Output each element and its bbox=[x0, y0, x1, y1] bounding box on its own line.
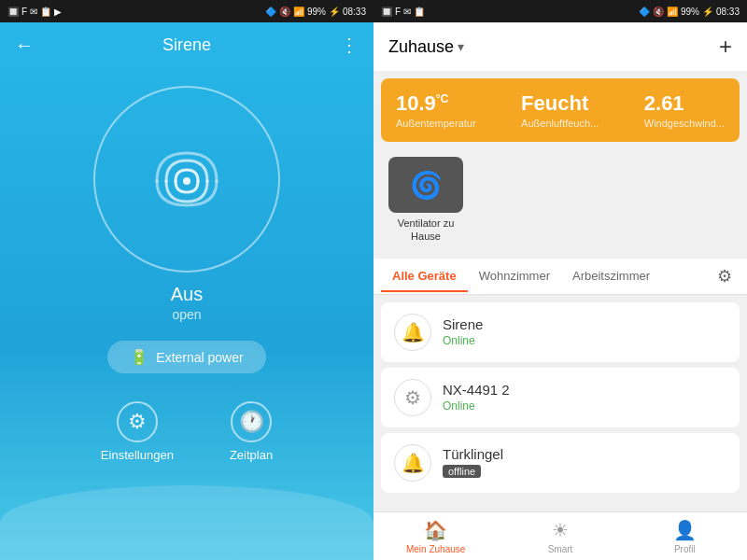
right-app-icon-3: ✉ bbox=[403, 7, 411, 17]
right-bluetooth-icon: 🔷 bbox=[639, 7, 650, 17]
profile-nav-icon: 👤 bbox=[673, 519, 697, 541]
device-icon-turklingel: 🔔 bbox=[394, 444, 431, 482]
right-mute-icon: 🔇 bbox=[653, 7, 664, 17]
charging-icon: ⚡ bbox=[329, 7, 340, 17]
smart-nav-label: Smart bbox=[548, 544, 573, 554]
weather-card: 10.9°C Außentemperatur Feucht Außenluftf… bbox=[381, 78, 740, 142]
settings-icon-wrap: ⚙ bbox=[117, 401, 158, 442]
device-name-sirene: Sirene bbox=[443, 316, 726, 332]
menu-button[interactable]: ⋮ bbox=[340, 34, 359, 56]
status-bar-left: 🔲 F ✉ 📋 ▶ 🔷 🔇 📶 99% ⚡ 08:33 bbox=[0, 0, 374, 22]
left-header: ← Sirene ⋮ bbox=[0, 22, 374, 67]
sirene-icon: 🔔 bbox=[402, 321, 425, 343]
left-panel: ← Sirene ⋮ bbox=[0, 22, 374, 560]
schedule-label: Zeitplan bbox=[230, 448, 273, 462]
home-nav-icon: 🏠 bbox=[424, 519, 447, 541]
status-bar: 🔲 F ✉ 📋 ▶ 🔷 🔇 📶 99% ⚡ 08:33 🔲 F ✉ 📋 🔷 🔇 … bbox=[0, 0, 747, 22]
temperature-value: 10.9°C bbox=[396, 91, 476, 116]
right-status-icons: 🔷 🔇 📶 99% ⚡ 08:33 bbox=[639, 7, 740, 17]
turklingel-icon: 🔔 bbox=[402, 452, 425, 474]
left-status-icons: 🔷 🔇 📶 99% ⚡ 08:33 bbox=[265, 7, 366, 17]
right-app-icons: 🔲 F ✉ 📋 bbox=[381, 7, 425, 17]
temperature-item: 10.9°C Außentemperatur bbox=[396, 91, 476, 129]
device-card-sirene[interactable]: 🔔 Sirene Online bbox=[381, 302, 740, 362]
wind-value: 2.61 bbox=[644, 91, 725, 116]
left-app-icons: 🔲 F ✉ 📋 ▶ bbox=[7, 7, 62, 17]
bottom-actions: ⚙ Einstellungen 🕐 Zeitplan bbox=[0, 401, 374, 481]
svg-point-0 bbox=[183, 177, 190, 185]
device-status-section: Aus open bbox=[0, 284, 374, 322]
device-info-sirene: Sirene Online bbox=[443, 316, 726, 347]
nav-item-profile[interactable]: 👤 Profil bbox=[623, 519, 747, 554]
device-card-turklingel[interactable]: 🔔 Türklingel offline bbox=[381, 433, 740, 493]
fan-label: Ventilator zu Hause bbox=[388, 217, 463, 244]
external-power-button[interactable]: 🔋 External power bbox=[107, 341, 265, 373]
schedule-icon-wrap: 🕐 bbox=[231, 401, 272, 442]
right-battery: 99% bbox=[681, 7, 699, 17]
right-charging-icon: ⚡ bbox=[702, 7, 713, 17]
bottom-nav: 🏠 Mein Zuhause ☀ Smart 👤 Profil bbox=[374, 511, 747, 560]
device-status-main: Aus bbox=[0, 284, 374, 305]
signal-waves-svg bbox=[149, 151, 224, 207]
nav-item-home[interactable]: 🏠 Mein Zuhause bbox=[374, 519, 498, 554]
back-button[interactable]: ← bbox=[15, 35, 34, 56]
device-icon-nx4491: ⚙ bbox=[394, 379, 431, 416]
left-panel-title: Sirene bbox=[162, 35, 211, 55]
battery-left: 99% bbox=[307, 7, 326, 17]
app-icon-3: ✉ bbox=[30, 7, 37, 17]
fan-icon: 🌀 bbox=[410, 170, 443, 201]
device-info-turklingel: Türklingel offline bbox=[443, 446, 726, 479]
tab-arbeitszimmer[interactable]: Arbeitszimmer bbox=[561, 259, 661, 292]
device-name-turklingel: Türklingel bbox=[443, 446, 726, 462]
device-status-sub: open bbox=[0, 307, 374, 322]
right-wifi-icon: 📶 bbox=[667, 7, 678, 17]
tab-alle-geraete[interactable]: Alle Geräte bbox=[381, 259, 468, 292]
fan-card[interactable]: 🌀 Ventilator zu Hause bbox=[388, 157, 463, 244]
temperature-label: Außentemperatur bbox=[396, 118, 476, 129]
add-button[interactable]: + bbox=[719, 34, 732, 60]
humidity-item: Feucht Außenluftfeuch... bbox=[521, 91, 599, 129]
tab-settings-icon[interactable]: ⚙ bbox=[710, 259, 740, 294]
humidity-value: Feucht bbox=[521, 91, 599, 116]
bluetooth-icon: 🔷 bbox=[265, 7, 276, 17]
signal-circle-container bbox=[0, 86, 374, 273]
humidity-label: Außenluftfeuch... bbox=[521, 118, 599, 129]
device-info-nx4491: NX-4491 2 Online bbox=[443, 382, 726, 413]
wind-label: Windgeschwind... bbox=[644, 118, 725, 129]
wifi-icon: 📶 bbox=[293, 7, 304, 17]
right-header: Zuhause ▾ + bbox=[374, 22, 747, 71]
device-status-sirene: Online bbox=[443, 334, 726, 347]
tabs-row: Alle Geräte Wohnzimmer Arbeitszimmer ⚙ bbox=[374, 259, 747, 295]
nav-item-smart[interactable]: ☀ Smart bbox=[498, 519, 622, 554]
external-power-label: External power bbox=[156, 350, 243, 365]
app-icon-2: F bbox=[21, 7, 27, 17]
device-list: 🔔 Sirene Online ⚙ NX-4491 2 Online 🔔 bbox=[374, 295, 747, 511]
smart-nav-icon: ☀ bbox=[552, 519, 569, 541]
time-right: 08:33 bbox=[716, 7, 740, 17]
device-status-nx4491: Online bbox=[443, 399, 726, 413]
settings-label: Einstellungen bbox=[101, 448, 174, 462]
app-icon-5: ▶ bbox=[54, 7, 62, 17]
device-card-nx4491[interactable]: ⚙ NX-4491 2 Online bbox=[381, 368, 740, 427]
main-container: ← Sirene ⋮ bbox=[0, 22, 747, 560]
profile-nav-label: Profil bbox=[674, 544, 696, 554]
right-panel: Zuhause ▾ + 10.9°C Außentemperatur Feuch… bbox=[374, 22, 747, 560]
time-left: 08:33 bbox=[343, 7, 366, 17]
signal-circle bbox=[93, 86, 280, 273]
device-name-nx4491: NX-4491 2 bbox=[443, 382, 726, 398]
nx4491-icon: ⚙ bbox=[404, 386, 421, 409]
right-panel-title: Zuhause ▾ bbox=[388, 37, 464, 57]
schedule-icon: 🕐 bbox=[239, 410, 264, 434]
tab-wohnzimmer[interactable]: Wohnzimmer bbox=[468, 259, 561, 292]
schedule-action[interactable]: 🕐 Zeitplan bbox=[230, 401, 273, 462]
chevron-down-icon: ▾ bbox=[458, 39, 464, 54]
settings-icon: ⚙ bbox=[128, 410, 147, 434]
home-name: Zuhause bbox=[388, 37, 454, 57]
device-cards-row: 🌀 Ventilator zu Hause bbox=[374, 149, 747, 251]
status-bar-right: 🔲 F ✉ 📋 🔷 🔇 📶 99% ⚡ 08:33 bbox=[374, 0, 747, 22]
right-app-icon-2: F bbox=[395, 7, 401, 17]
mute-icon: 🔇 bbox=[279, 7, 290, 17]
settings-action[interactable]: ⚙ Einstellungen bbox=[101, 401, 174, 462]
app-icon-1: 🔲 bbox=[7, 7, 19, 17]
device-icon-sirene: 🔔 bbox=[394, 314, 431, 351]
